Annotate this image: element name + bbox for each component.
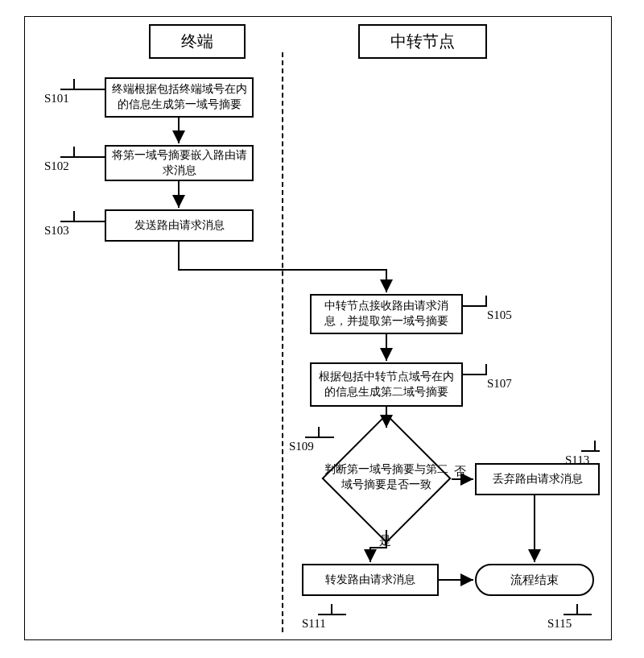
step-marker-icon xyxy=(60,147,75,158)
step-marker-icon xyxy=(318,604,332,615)
edge-label-yes: 是 xyxy=(379,533,391,548)
step-s101: 终端根据包括终端域号在内的信息生成第一域号摘要 xyxy=(105,77,254,118)
lane-header-relay: 中转节点 xyxy=(358,24,487,59)
diagram-canvas: 终端 中转节点 终端根据包括终端域号在内的信息生成第一域号摘要 S101 将第一… xyxy=(0,0,644,658)
step-s105: 中转节点接收路由请求消息，并提取第一域号摘要 xyxy=(310,294,463,334)
step-marker-icon xyxy=(473,296,487,307)
step-marker-icon xyxy=(60,79,75,90)
step-marker-icon xyxy=(305,427,320,438)
step-s102-tag: S102 xyxy=(44,159,69,173)
step-marker-icon xyxy=(581,441,596,452)
step-s103-tag: S103 xyxy=(44,224,69,238)
step-s113-tag: S113 xyxy=(565,453,589,467)
step-s115-tag: S115 xyxy=(547,617,572,631)
step-s105-tag: S105 xyxy=(487,308,512,322)
step-s107: 根据包括中转节点域号在内的信息生成第二域号摘要 xyxy=(310,362,463,407)
step-s102: 将第一域号摘要嵌入路由请求消息 xyxy=(105,145,254,181)
step-s101-tag: S101 xyxy=(44,92,69,106)
terminator-s115: 流程结束 xyxy=(475,564,594,596)
decision-s109-text: 判断第一域号摘要与第二域号摘要是否一致 xyxy=(322,462,451,493)
step-s103: 发送路由请求消息 xyxy=(105,209,254,242)
edge-label-no: 否 xyxy=(454,464,466,479)
step-marker-icon xyxy=(473,364,487,375)
step-marker-icon xyxy=(60,211,75,222)
step-s107-tag: S107 xyxy=(487,377,512,391)
lane-header-terminal: 终端 xyxy=(149,24,246,59)
step-s109-tag: S109 xyxy=(289,440,314,453)
step-s113: 丢弃路由请求消息 xyxy=(475,463,600,495)
step-marker-icon xyxy=(564,604,578,615)
step-s111: 转发路由请求消息 xyxy=(302,564,439,596)
step-s111-tag: S111 xyxy=(302,617,326,631)
lane-divider xyxy=(282,52,283,632)
